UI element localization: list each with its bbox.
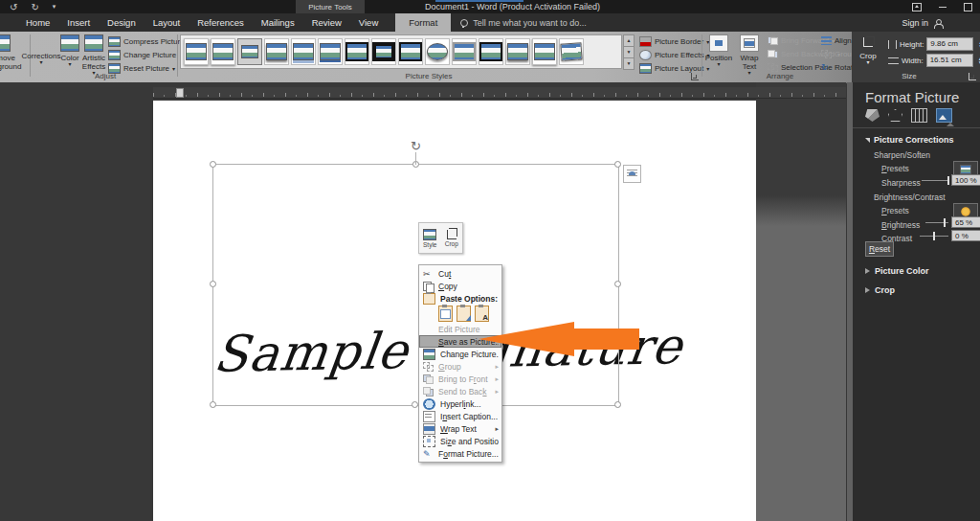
picture-style-simple-frame-white[interactable] [184, 38, 209, 65]
sign-in-button[interactable]: Sign in [902, 13, 942, 32]
tab-home[interactable]: Home [17, 13, 58, 32]
selection-handle-top-right[interactable] [614, 161, 621, 168]
picture-layout-button[interactable]: Picture Layout▾ [639, 63, 709, 74]
paste-keep-source-formatting-icon[interactable] [438, 306, 453, 322]
selection-handle-bottom-left[interactable] [210, 401, 216, 408]
tab-mailings[interactable]: Mailings [253, 13, 303, 32]
picture-style-simple-frame-black[interactable] [345, 38, 369, 65]
artistic-effects-icon [84, 34, 103, 52]
paste-picture-icon[interactable] [457, 306, 471, 322]
tab-layout[interactable]: Layout [145, 13, 189, 32]
brightness-value[interactable]: 65 % [951, 216, 980, 228]
menu-item-insert-caption[interactable]: Insert Caption... [419, 410, 501, 422]
picture-effects-button[interactable]: Picture Effects▾ [639, 50, 709, 60]
redo-icon[interactable]: ↻ [31, 2, 38, 12]
position-button[interactable]: Position▾ [705, 34, 732, 66]
color-button[interactable]: Color▾ [59, 34, 80, 66]
section-crop[interactable]: Crop [865, 285, 895, 295]
align-icon [821, 36, 832, 45]
height-input[interactable]: 9.86 cm [926, 37, 973, 51]
picture-style-frame-black-small[interactable] [479, 38, 503, 65]
selection-handle-top-left[interactable] [210, 161, 216, 168]
tab-design[interactable]: Design [99, 13, 145, 32]
minimize-icon[interactable] [939, 7, 947, 8]
rotate-handle-icon[interactable]: ↻ [409, 139, 423, 153]
contrast-slider[interactable] [920, 232, 948, 240]
customize-qat-icon[interactable]: ▾ [53, 3, 56, 11]
style-thumbnail-icon [212, 43, 234, 60]
contrast-value[interactable]: 0 % [951, 230, 980, 241]
tab-view[interactable]: View [350, 13, 387, 32]
mini-crop-button[interactable]: Crop [441, 223, 463, 253]
picture-style-beveled-matte-white[interactable] [211, 38, 235, 65]
picture-style-selected-current-style[interactable] [237, 38, 262, 65]
corrections-button[interactable]: Corrections▾ [24, 34, 58, 64]
wrap-text-button[interactable]: Wrap Text▾ [735, 34, 764, 75]
sharpness-value[interactable]: 100 % [951, 174, 980, 186]
picture-style-frame-white[interactable] [532, 38, 557, 65]
tab-format-active[interactable]: Format [395, 13, 451, 32]
picture-tools-label: Picture Tools [296, 0, 365, 13]
change-picture-button[interactable]: Change Picture [108, 50, 176, 60]
crop-button[interactable]: Crop▾ [857, 34, 880, 64]
picture-style-oval-soft-edge[interactable] [425, 38, 450, 65]
submenu-arrow-icon: ▸ [495, 425, 499, 433]
sign-in-label: Sign in [902, 18, 928, 28]
selection-handle-bottom-center[interactable] [412, 401, 418, 408]
menu-item-cut[interactable]: Cut [419, 267, 501, 280]
tab-insert[interactable]: Insert [58, 13, 99, 32]
layout-options-button[interactable] [623, 165, 641, 183]
submenu-arrow-icon: ▸ [495, 375, 499, 383]
width-input[interactable]: 16.51 cm [926, 54, 973, 67]
section-picture-color[interactable]: Picture Color [865, 266, 929, 276]
layout-options-icon [627, 170, 637, 178]
picture-style-accent-line-blue[interactable] [318, 38, 343, 65]
reset-button[interactable]: Reset [865, 241, 894, 257]
size-group-label: Size [880, 72, 938, 80]
picture-border-button[interactable]: Picture Border▾ [639, 36, 709, 47]
artistic-effects-button[interactable]: Artistic Effects▾ [81, 34, 106, 75]
picture-effects-icon [639, 50, 652, 60]
menu-item-copy[interactable]: Copy [419, 280, 501, 292]
ribbon-display-options-icon[interactable] [912, 3, 922, 11]
mini-toolbar: Style Crop [418, 222, 463, 254]
picture-tab-icon[interactable] [936, 108, 952, 123]
section-picture-corrections[interactable]: Picture Corrections [865, 135, 954, 145]
picture-style-soft-edge[interactable] [505, 38, 530, 65]
menu-item-wrap-text[interactable]: Wrap Text▸ [419, 422, 501, 435]
picture-styles-dialog-launcher-icon[interactable] [691, 73, 699, 80]
layout-properties-icon[interactable] [911, 108, 927, 123]
menu-item-hyperlink[interactable]: Hyperlink... [419, 397, 501, 410]
selection-handle-middle-right[interactable] [614, 281, 621, 287]
menu-item-paste-options: Paste Options: [419, 292, 501, 305]
picture-style-metal-frame[interactable] [452, 38, 477, 65]
selection-handle-bottom-right[interactable] [614, 401, 621, 408]
gallery-more-icon[interactable]: ▼ [623, 57, 635, 70]
mini-style-button[interactable]: Style [419, 223, 441, 253]
picture-style-reflected[interactable] [291, 38, 316, 65]
picture-style-thick-frame-black[interactable] [371, 38, 396, 65]
picture-style-drop-shadow[interactable] [264, 38, 289, 65]
document-area: Sample Signature ↻ Style Crop CutCopyPas [0, 82, 846, 521]
fill-line-icon[interactable] [865, 109, 880, 122]
brightness-contrast-label: Brightness/Contrast [874, 193, 946, 202]
brightness-slider[interactable] [925, 218, 948, 227]
size-dialog-launcher-icon[interactable] [969, 73, 976, 80]
picture-style-frame-black[interactable] [398, 38, 423, 65]
ribbon: Remove Background Corrections▾ Color▾ Ar… [0, 32, 980, 83]
paste-keep-text-only-icon[interactable] [475, 306, 489, 322]
menu-item-label: Bring to Front [438, 374, 493, 384]
size-group: Crop▾ Height: 9.86 cm ▲▼ Width: 16.51 cm… [852, 32, 980, 82]
tell-me-box[interactable]: Tell me what you want to do... [460, 13, 587, 32]
selection-handle-middle-left[interactable] [210, 281, 216, 287]
restore-icon[interactable] [964, 3, 972, 11]
menu-item-format-picture[interactable]: Format Picture... [419, 447, 501, 460]
effects-icon[interactable] [888, 109, 902, 122]
undo-icon[interactable]: ↺ [10, 2, 17, 12]
picture-style-rotated-white[interactable] [559, 38, 584, 65]
sharpness-slider[interactable] [922, 176, 948, 185]
tab-review[interactable]: Review [303, 13, 350, 32]
tab-references[interactable]: References [189, 13, 253, 32]
menu-item-size-and-position[interactable]: Size and Position... [419, 435, 501, 447]
indent-marker[interactable] [176, 88, 184, 98]
